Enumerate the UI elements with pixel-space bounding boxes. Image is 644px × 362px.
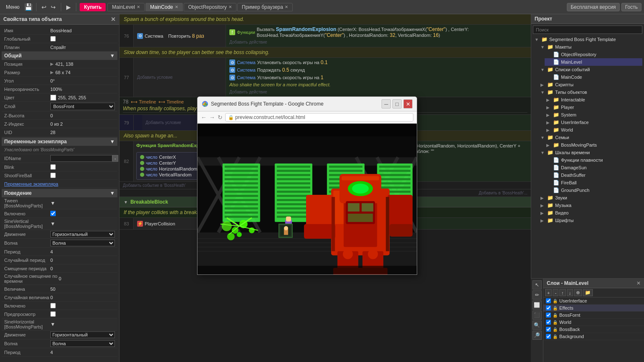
- popup-minimize[interactable]: ─: [382, 99, 391, 109]
- tab-browser-example[interactable]: Пример браузера ✕: [237, 3, 293, 11]
- tool-zoom-out[interactable]: 🔎: [532, 331, 542, 340]
- tree-arrow-families: ▼: [540, 135, 545, 140]
- svg-rect-20: [225, 186, 258, 189]
- tab-maincode-close[interactable]: ✕: [175, 5, 178, 9]
- menu-button[interactable]: Меню: [3, 3, 23, 11]
- layer-folder-btn[interactable]: 📁: [583, 289, 593, 296]
- tree-item-player[interactable]: ▶ 📁 Player: [545, 103, 642, 111]
- prop-checkbox-blink[interactable]: [50, 164, 56, 170]
- layer-list: 🔒 UserInterface 🔒 Effects 🔒 BossFornt: [543, 297, 644, 362]
- layer-vis-bossback[interactable]: [546, 327, 551, 332]
- redo-button[interactable]: ↪: [49, 3, 57, 11]
- position-arrow[interactable]: ▶: [50, 62, 54, 66]
- tree-item-mainlevel[interactable]: 📄 MainLevel: [545, 58, 642, 66]
- tree-item-fonts[interactable]: ▶ 📁 Шрифты: [539, 217, 642, 224]
- prop-select-movement2[interactable]: Горизонтальный: [50, 331, 115, 338]
- save-icon[interactable]: 💾: [24, 3, 33, 11]
- tree-item-timelines[interactable]: ▼ 📁 Шкалы времени: [539, 149, 642, 156]
- tree-item-world[interactable]: ▶ 📁 World: [545, 126, 642, 134]
- undo-button[interactable]: ↩: [40, 3, 48, 11]
- tree-item-objtypes[interactable]: ▼ 📁 Типы объектов: [539, 88, 642, 96]
- tab-mainlevel[interactable]: MainLevel ✕: [107, 3, 145, 11]
- tool-pen[interactable]: ✏: [532, 290, 542, 300]
- prop-section-behavior-header[interactable]: Поведение ▼: [2, 189, 117, 197]
- guest-button[interactable]: Гость: [621, 3, 641, 11]
- tool-fill[interactable]: ⬛: [532, 310, 542, 320]
- tool-zoom-in[interactable]: 🔍: [532, 321, 542, 330]
- prop-checkbox-global[interactable]: [50, 36, 56, 41]
- tree-item-objrep[interactable]: 📄 ObjectRepository: [545, 51, 642, 58]
- prop-select-movement[interactable]: Горизонтальный: [50, 231, 115, 238]
- buy-button[interactable]: Купить: [80, 3, 106, 11]
- play-button[interactable]: ▶: [65, 3, 73, 11]
- tab-objectrepository[interactable]: ObjectRepository ✕: [184, 3, 236, 11]
- layer-add-btn[interactable]: +: [545, 289, 552, 296]
- prop-input-idname[interactable]: [50, 155, 112, 162]
- layer-vis-bossfront[interactable]: [546, 313, 551, 318]
- prop-section-vars-header[interactable]: Переменные экземпляра ▼: [2, 137, 117, 146]
- prop-row-shootfireball: ShootFireBall: [2, 171, 117, 180]
- add-cond-79[interactable]: Добавить условие: [145, 119, 181, 126]
- tab-objectrepository-close[interactable]: ✕: [229, 5, 232, 9]
- tree-item-groundpunch[interactable]: 📄 GroundPunch: [545, 186, 642, 194]
- color-swatch[interactable]: [50, 95, 56, 101]
- tree-item-easings[interactable]: 📄 Функции плавности: [545, 156, 642, 164]
- left-panel-close[interactable]: ✕: [111, 16, 116, 23]
- tree-item-root[interactable]: ▼ 📁 Segmented Boss Fight Template: [533, 36, 642, 43]
- tab-mainlevel-close[interactable]: ✕: [137, 5, 140, 9]
- prop-checkbox-preview[interactable]: [50, 311, 56, 317]
- add-cond-77[interactable]: Добавить условие: [137, 74, 173, 80]
- tab-maincode[interactable]: MainCode ✕: [145, 3, 183, 11]
- prop-checkbox-enabled2[interactable]: [50, 303, 56, 308]
- project-search[interactable]: [533, 26, 642, 34]
- tree-item-interactable[interactable]: ▶ 📁 Interactable: [545, 96, 642, 103]
- prop-value-period: 4: [50, 249, 115, 254]
- popup-maximize[interactable]: □: [392, 99, 402, 109]
- edit-vars-link[interactable]: Переменные экземпляра: [4, 181, 58, 186]
- prop-checkbox-shootfireball[interactable]: [50, 173, 56, 178]
- tree-item-fireball[interactable]: 📄 FireBall: [545, 179, 642, 186]
- layer-del-btn[interactable]: -: [553, 289, 558, 296]
- layer-up-btn[interactable]: ↑: [559, 289, 566, 296]
- add-action-77[interactable]: Добавить действие: [229, 89, 267, 95]
- tree-item-system[interactable]: ▶ 📁 System: [545, 111, 642, 119]
- layer-vis-world[interactable]: [546, 320, 551, 325]
- tree-item-damagesun[interactable]: 📄 DamageSun: [545, 164, 642, 171]
- prop-select-layer[interactable]: BossFront: [50, 103, 115, 110]
- breakable-arrow[interactable]: ▼: [124, 200, 128, 204]
- popup-refresh[interactable]: ↻: [218, 114, 223, 121]
- tree-item-music[interactable]: ▶ 📁 Музыка: [539, 202, 642, 209]
- tree-item-makety[interactable]: ▼ 📁 Макеты: [539, 43, 642, 51]
- tree-item-families[interactable]: ▼ 📁 Семьи: [539, 134, 642, 141]
- tool-select[interactable]: ↖: [532, 280, 542, 290]
- file-icon-fireball: 📄: [553, 180, 559, 186]
- prop-checkbox-tween-enabled[interactable]: [50, 211, 56, 216]
- tool-eraser[interactable]: ⬜: [532, 300, 542, 310]
- add-action-76[interactable]: Добавить действие: [229, 39, 267, 45]
- layer-vis-background[interactable]: [546, 334, 551, 339]
- layer-down-btn[interactable]: ↓: [567, 289, 574, 296]
- layer-copy-btn[interactable]: ⊕: [574, 289, 582, 296]
- tree-item-maincode[interactable]: 📄 MainCode: [545, 73, 642, 81]
- prop-label-layer: Слой: [4, 104, 50, 109]
- tree-item-scripts[interactable]: ▶ 📁 Скрипты: [539, 81, 642, 88]
- tab-browser-example-close[interactable]: ✕: [285, 5, 288, 9]
- layer-vis-effects[interactable]: [546, 305, 551, 310]
- popup-close[interactable]: ✕: [403, 99, 413, 109]
- size-arrow[interactable]: ▶: [50, 70, 54, 75]
- popup-back[interactable]: ←: [201, 114, 207, 121]
- prop-section-general-header[interactable]: Общий ▼: [2, 52, 117, 60]
- prop-select-wave[interactable]: Волна: [50, 240, 115, 246]
- tree-item-video[interactable]: ▶ 📁 Видео: [539, 209, 642, 217]
- prop-select-wave2[interactable]: Волна: [50, 340, 115, 347]
- tree-item-deathsuffer[interactable]: 📄 DeathSuffer: [545, 171, 642, 179]
- tree-item-sounds[interactable]: ▶ 📁 Звуки: [539, 194, 642, 202]
- layers-close[interactable]: ✕: [636, 280, 641, 286]
- layer-vis-ui[interactable]: [546, 298, 551, 303]
- popup-url[interactable]: 🔒 preview.construct.net/local.html: [225, 113, 413, 122]
- popup-forward[interactable]: →: [209, 114, 215, 121]
- tree-item-eventlists[interactable]: ▼ 📁 Списки событий: [539, 66, 642, 73]
- idname-minus-btn[interactable]: -: [112, 155, 118, 162]
- tree-item-userinterface[interactable]: ▶ 📁 UserInterface: [545, 119, 642, 126]
- tree-item-bossmovingparts[interactable]: ▶ 📁 BossMovingParts: [545, 141, 642, 149]
